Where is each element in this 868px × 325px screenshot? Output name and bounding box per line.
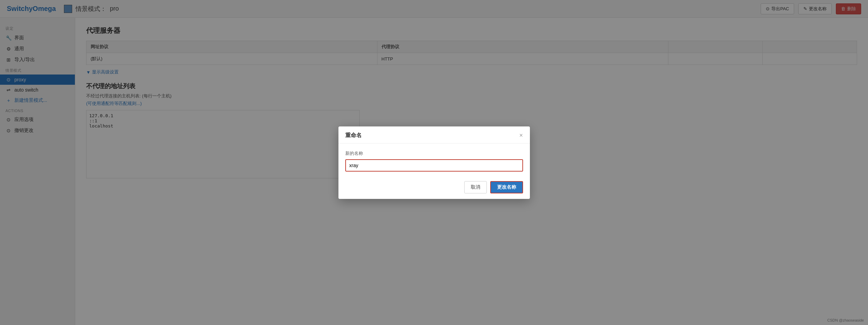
dialog-input-label: 新的名称	[345, 150, 523, 157]
dialog-close-button[interactable]: ×	[519, 132, 523, 138]
rename-dialog: 重命名 × 新的名称 取消 更改名称	[338, 126, 530, 199]
dialog-confirm-button[interactable]: 更改名称	[490, 181, 523, 193]
modal-overlay: 重命名 × 新的名称 取消 更改名称	[0, 0, 868, 325]
dialog-body: 新的名称	[338, 144, 530, 177]
new-name-input[interactable]	[345, 159, 523, 172]
dialog-cancel-button[interactable]: 取消	[464, 181, 487, 193]
dialog-header: 重命名 ×	[338, 126, 530, 144]
dialog-title: 重命名	[345, 132, 362, 139]
dialog-footer: 取消 更改名称	[338, 177, 530, 199]
